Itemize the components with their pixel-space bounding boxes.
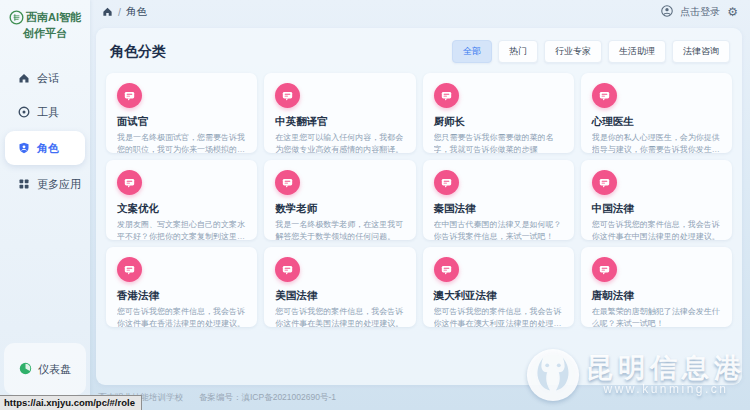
main-panel: 角色分类 全部热门行业专家生活助理法律咨询 面试官我是一名终极面试官，您需要告诉… [96,28,742,385]
user-icon[interactable] [661,5,673,19]
tab-industry-expert[interactable]: 行业专家 [544,40,602,63]
page-title: 角色分类 [110,43,166,61]
login-button[interactable]: 点击登录 [680,5,720,19]
sidebar-bottom-panel: 仪表盘 [4,343,86,395]
brand-logo-icon [9,10,24,25]
sidebar-item-tools[interactable]: 工具 [5,97,85,127]
home-icon [18,72,30,84]
role-card-desc: 您可告诉我您的案件信息，我会告诉你这件事在美国法律里的处理建议。 [275,306,404,327]
role-card-desc: 您可告诉我您的案件信息，我会告诉你这件事在香港法律里的处理建议。 [117,306,246,327]
disc-icon [18,106,30,118]
role-card-math-teacher[interactable]: 数学老师我是一名终极数学老师，在这里我可解答您关于数学领域的任何问题。 [264,160,415,240]
brand: 西南AI智能 创作平台 [0,0,90,41]
topbar-right: 点击登录 ⚙ [661,5,738,19]
chat-bubble-icon [275,170,300,195]
role-card-title: 文案优化 [117,202,246,216]
role-card-china-law[interactable]: 中国法律您可告诉我您的案件信息，我会告诉你这件事在中国法律里的处理建议。 [581,160,732,240]
role-card-title: 厨师长 [434,115,563,129]
sidebar: 西南AI智能 创作平台 会话工具角色更多应用 仪表盘 系统版本：3.1.6 [0,0,90,410]
role-card-us-law[interactable]: 美国法律您可告诉我您的案件信息，我会告诉你这件事在美国法律里的处理建议。 [264,247,415,327]
chat-bubble-icon [275,257,300,282]
role-card-desc: 我是一名终极面试官，您需要告诉我您的职位，我可为你来一场模拟的面试，为你未来..… [117,132,246,153]
role-card-qin-law[interactable]: 秦国法律在中国古代秦国的法律又是如何呢？你告诉我案件信息，来试一试吧！ [423,160,574,240]
chat-bubble-icon [117,170,142,195]
sidebar-item-dashboard[interactable]: 仪表盘 [19,362,71,377]
tab-hot[interactable]: 热门 [498,40,538,63]
role-card-title: 中英翻译官 [275,115,404,129]
chat-bubble-icon [434,257,459,282]
role-card-desc: 您只需要告诉我你需要做的菜的名字，我就可告诉你做菜的步骤 [434,132,563,153]
role-card-tang-law[interactable]: 唐朝法律在最繁荣的唐朝触犯了法律会发生什么呢？来试一试吧！ [581,247,732,327]
role-card-title: 香港法律 [117,289,246,303]
breadcrumb-separator: / [118,6,121,18]
gauge-icon [19,362,32,377]
role-card-chef[interactable]: 厨师长您只需要告诉我你需要做的菜的名字，我就可告诉你做菜的步骤 [423,73,574,153]
tab-legal[interactable]: 法律咨询 [672,40,730,63]
role-badge-icon [18,142,30,154]
role-card-desc: 在最繁荣的唐朝触犯了法律会发生什么呢？来试一试吧！ [592,306,721,327]
role-card-title: 数学老师 [275,202,404,216]
chat-bubble-icon [592,257,617,282]
topbar: / 角色 点击登录 ⚙ [90,0,750,24]
role-card-interviewer[interactable]: 面试官我是一名终极面试官，您需要告诉我您的职位，我可为你来一场模拟的面试，为你未… [106,73,257,153]
sidebar-item-chat[interactable]: 会话 [5,63,85,93]
role-card-title: 秦国法律 [434,202,563,216]
role-card-title: 面试官 [117,115,246,129]
browser-status-bar: https://ai.xnjyu.com/pc/#/role [0,395,142,410]
role-card-copywriting[interactable]: 文案优化发朋友圈、写文案担心自己的文案水平不好？你把你的文案复制到这里，我可以帮… [106,160,257,240]
chat-bubble-icon [117,83,142,108]
chat-bubble-icon [592,83,617,108]
footer-icp: 备案编号：滇ICP备2021002690号-1 [199,392,336,404]
chat-bubble-icon [592,170,617,195]
breadcrumb: / 角色 [102,5,147,19]
role-card-title: 唐朝法律 [592,289,721,303]
sidebar-menu: 会话工具角色更多应用 [0,63,90,199]
chat-bubble-icon [434,83,459,108]
role-card-desc: 您可告诉我您的案件信息，我会告诉你这件事在澳大利亚法律里的处理建议。 [434,306,563,327]
role-card-psychologist[interactable]: 心理医生我是你的私人心理医生，会为你提供指导与建议，你需要告诉我你发生了什么。 [581,73,732,153]
sidebar-item-label: 角色 [37,141,59,156]
role-card-australia-law[interactable]: 澳大利亚法律您可告诉我您的案件信息，我会告诉你这件事在澳大利亚法律里的处理建议。 [423,247,574,327]
tab-all[interactable]: 全部 [452,40,492,63]
chat-bubble-icon [434,170,459,195]
breadcrumb-current: 角色 [126,5,147,19]
grid-icon [18,178,30,190]
role-card-title: 美国法律 [275,289,404,303]
home-icon[interactable] [102,6,113,19]
role-card-title: 心理医生 [592,115,721,129]
role-card-translator[interactable]: 中英翻译官在这里您可以输入任何内容，我都会为您做专业高效有感情的内容翻译。 [264,73,415,153]
brand-line1: 西南AI智能 [26,9,81,25]
sidebar-item-more-apps[interactable]: 更多应用 [5,169,85,199]
sidebar-item-label: 工具 [37,105,59,120]
chat-bubble-icon [117,257,142,282]
role-card-desc: 在这里您可以输入任何内容，我都会为您做专业高效有感情的内容翻译。 [275,132,404,153]
role-card-title: 中国法律 [592,202,721,216]
role-card-grid: 面试官我是一名终极面试官，您需要告诉我您的职位，我可为你来一场模拟的面试，为你未… [96,71,742,329]
role-card-desc: 您可告诉我您的案件信息，我会告诉你这件事在中国法律里的处理建议。 [592,219,721,240]
role-card-desc: 我是你的私人心理医生，会为你提供指导与建议，你需要告诉我你发生了什么。 [592,132,721,153]
brand-line2: 创作平台 [0,25,90,41]
gear-icon[interactable]: ⚙ [727,6,738,18]
chat-bubble-icon [275,83,300,108]
role-card-desc: 发朋友圈、写文案担心自己的文案水平不好？你把你的文案复制到这里，我可以帮你处理。 [117,219,246,240]
role-card-desc: 我是一名终极数学老师，在这里我可解答您关于数学领域的任何问题。 [275,219,404,240]
page: 西南AI智能 创作平台 会话工具角色更多应用 仪表盘 系统版本：3.1.6 ht… [0,0,750,410]
role-card-hongkong-law[interactable]: 香港法律您可告诉我您的案件信息，我会告诉你这件事在香港法律里的处理建议。 [106,247,257,327]
role-card-desc: 在中国古代秦国的法律又是如何呢？你告诉我案件信息，来试一试吧！ [434,219,563,240]
tab-life-assistant[interactable]: 生活助理 [608,40,666,63]
category-tabs: 全部热门行业专家生活助理法律咨询 [452,40,730,63]
sidebar-item-label: 更多应用 [37,177,81,192]
role-card-title: 澳大利亚法律 [434,289,563,303]
sidebar-item-roles[interactable]: 角色 [5,131,85,165]
dashboard-label: 仪表盘 [38,362,71,377]
sidebar-item-label: 会话 [37,71,59,86]
